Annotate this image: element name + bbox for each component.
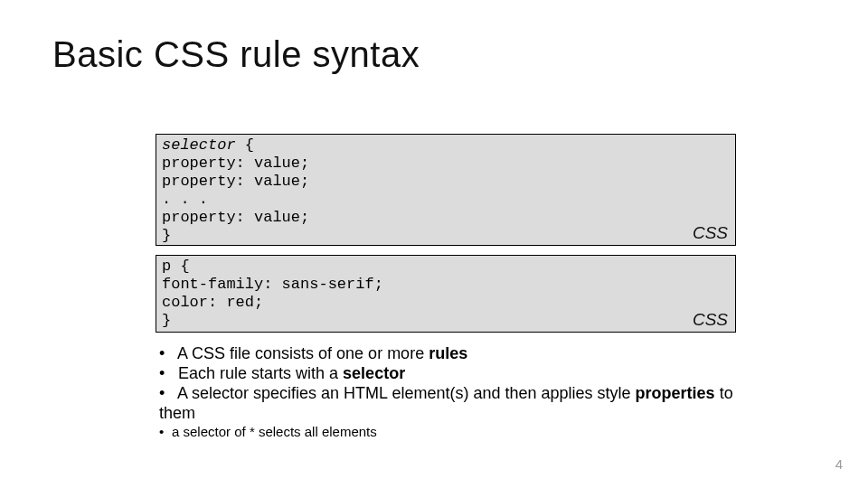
bullet-item: Each rule starts with a selector bbox=[159, 363, 747, 383]
code-line: property: value; bbox=[162, 173, 730, 191]
code-line: property: value; bbox=[162, 155, 730, 173]
code-selector-token: selector bbox=[162, 136, 236, 154]
code-box-example: p { font-family: sans-serif; color: red;… bbox=[156, 255, 736, 333]
bullet-bold: selector bbox=[343, 364, 405, 382]
code-text: { bbox=[236, 136, 254, 154]
bullet-text: a selector of * selects all elements bbox=[172, 424, 377, 439]
code-box-label: CSS bbox=[693, 310, 728, 330]
bullet-text: A selector specifies an HTML element(s) … bbox=[177, 384, 636, 402]
code-line: property: value; bbox=[162, 209, 730, 227]
code-line: selector { bbox=[162, 136, 730, 155]
code-line: font-family: sans-serif; bbox=[162, 276, 730, 294]
bullet-bold: rules bbox=[429, 344, 467, 362]
bullet-item: A selector specifies an HTML element(s) … bbox=[159, 383, 747, 440]
code-line: } bbox=[162, 227, 730, 245]
slide: Basic CSS rule syntax selector { propert… bbox=[0, 0, 868, 488]
code-line: } bbox=[162, 312, 730, 330]
sub-bullet-list: a selector of * selects all elements bbox=[159, 423, 747, 440]
sub-bullet-item: a selector of * selects all elements bbox=[159, 423, 747, 440]
code-line: color: red; bbox=[162, 294, 730, 312]
slide-title: Basic CSS rule syntax bbox=[52, 34, 420, 75]
bullet-bold: properties bbox=[636, 384, 715, 402]
code-box-label: CSS bbox=[693, 223, 728, 243]
code-line: . . . bbox=[162, 191, 730, 209]
bullet-item: A CSS file consists of one or more rules bbox=[159, 343, 747, 363]
page-number: 4 bbox=[835, 456, 843, 472]
bullet-list: A CSS file consists of one or more rules… bbox=[159, 343, 747, 440]
bullet-text: Each rule starts with a bbox=[178, 364, 343, 382]
code-box-syntax: selector { property: value; property: va… bbox=[156, 134, 736, 246]
bullet-text: A CSS file consists of one or more bbox=[177, 344, 429, 362]
code-line: p { bbox=[162, 258, 730, 276]
